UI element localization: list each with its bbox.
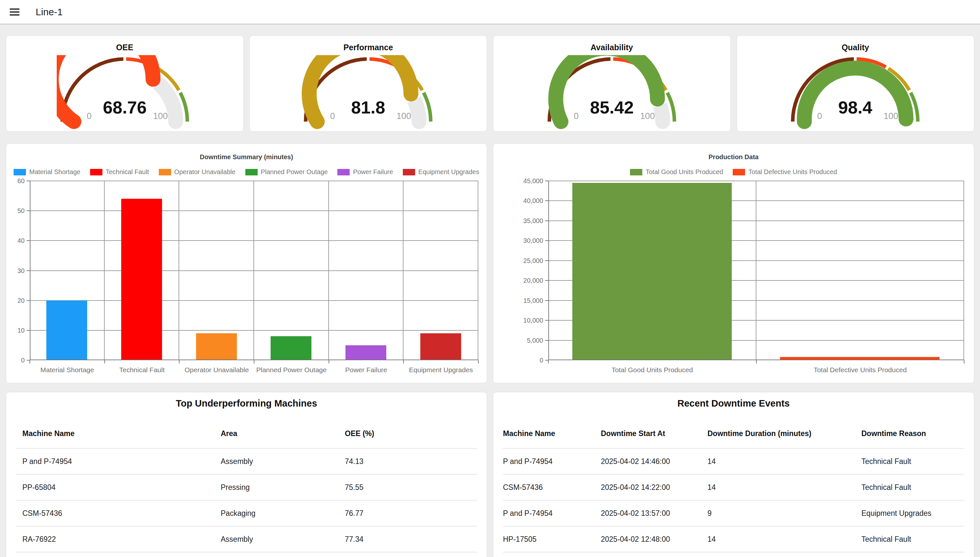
gauge-value: 98.4 <box>839 98 873 117</box>
plot-cells <box>548 181 964 360</box>
top-bar: Line-1 <box>0 0 980 24</box>
table-row: CSM-57436Packaging76.77 <box>16 501 477 526</box>
table-title: Recent Downtime Events <box>503 398 964 411</box>
y-tick-label: 40,000 <box>523 197 543 205</box>
bar-Technical Fault[interactable] <box>121 199 162 360</box>
bar-Planned Power Outage[interactable] <box>271 336 311 360</box>
legend-swatch-icon <box>630 169 642 175</box>
y-tick-label: 40 <box>18 237 24 244</box>
gauge-min-label: 0 <box>330 111 335 121</box>
y-tick <box>545 340 548 341</box>
table-cell: P and P-74954 <box>503 509 601 518</box>
table-cell: Assembly <box>221 457 345 466</box>
table-header-row: Machine NameDowntime Start AtDowntime Du… <box>503 419 964 449</box>
column-header: Downtime Duration (minutes) <box>707 429 861 438</box>
y-tick <box>26 181 30 181</box>
legend-label: Material Shortage <box>29 168 80 176</box>
table-cell: Packaging <box>221 509 345 518</box>
legend-label: Technical Fault <box>106 168 149 176</box>
table-cell: HP-17505 <box>503 535 601 544</box>
table-row: P and P-749542025-04-02 13:57:009Equipme… <box>503 501 964 526</box>
x-category-label: Material Shortage <box>30 366 105 374</box>
y-tick-label: 20 <box>18 296 24 304</box>
x-category-label: Equipment Upgrades <box>403 366 478 374</box>
gauge-title: Quality <box>842 43 869 54</box>
legend-swatch-icon <box>733 169 745 175</box>
y-tick <box>545 320 548 321</box>
y-tick-label: 5,000 <box>527 337 543 344</box>
y-tick <box>545 181 548 181</box>
gauge-track <box>414 99 419 122</box>
category-slot <box>756 181 964 360</box>
gauge-dial: 85.420100 <box>544 55 680 131</box>
top-underperforming-machines-card: Top Underperforming Machines Machine Nam… <box>6 392 487 557</box>
column-header: Downtime Reason <box>861 429 964 438</box>
gauge-svg: 98.40100 <box>787 55 923 130</box>
category-slot <box>179 181 254 360</box>
legend-label: Operator Unavailable <box>174 168 236 176</box>
y-tick <box>545 220 548 221</box>
column-header: Machine Name <box>503 429 601 438</box>
table-cell: 74.13 <box>345 457 477 466</box>
x-tick <box>548 360 549 363</box>
gauge-value: 81.8 <box>351 98 385 117</box>
legend-item[interactable]: Planned Power Outage <box>245 168 328 176</box>
y-tick-label: 20,000 <box>523 277 543 284</box>
legend-item[interactable]: Technical Fault <box>90 168 149 176</box>
legend-item[interactable]: Material Shortage <box>14 168 80 176</box>
x-labels: Total Good Units ProducedTotal Defective… <box>548 366 964 374</box>
gauge-card-oee: OEE 68.760100 <box>6 35 244 132</box>
legend-item[interactable]: Total Good Units Produced <box>630 168 723 176</box>
legend-swatch-icon <box>159 169 171 175</box>
legend-item[interactable]: Power Failure <box>337 168 393 176</box>
y-tick <box>545 261 548 261</box>
gauge-min-label: 0 <box>86 111 91 121</box>
x-tick <box>254 360 254 363</box>
table-row: RA-76922Assembly77.34 <box>16 526 477 552</box>
gauge-svg: 81.80100 <box>300 55 436 130</box>
gauge-card-quality: Quality 98.40100 <box>736 35 975 132</box>
y-tick <box>26 210 30 211</box>
menu-icon[interactable] <box>10 7 20 17</box>
bar-Operator Unavailable[interactable] <box>196 333 237 360</box>
legend-item[interactable]: Operator Unavailable <box>159 168 236 176</box>
y-tick <box>26 270 30 271</box>
plot-area: 0102030405060 Material ShortageTechnical… <box>30 181 478 360</box>
bar-Material Shortage[interactable] <box>46 301 87 360</box>
y-tick <box>545 200 548 201</box>
bar-Equipment Upgrades[interactable] <box>420 333 461 360</box>
legend-item[interactable]: Equipment Upgrades <box>403 168 479 176</box>
x-category-label: Total Good Units Produced <box>548 366 756 374</box>
chart-title: Production Data <box>493 153 974 161</box>
table-cell: CSM-57436 <box>22 509 221 518</box>
table-cell: PP-65804 <box>22 483 221 492</box>
category-slot <box>30 181 104 360</box>
gauge-title: OEE <box>116 43 133 54</box>
table-cell: Technical Fault <box>861 483 964 492</box>
legend-item[interactable]: Total Defective Units Produced <box>733 168 837 176</box>
bar-Power Failure[interactable] <box>345 345 386 360</box>
x-tick <box>29 360 30 363</box>
table-cell: 14 <box>707 535 861 544</box>
y-tick-label: 10 <box>18 326 24 334</box>
legend-label: Planned Power Outage <box>261 168 328 176</box>
table-cell: 76.77 <box>345 509 477 518</box>
gauge-card-availability: Availability 85.420100 <box>493 35 731 132</box>
y-tick-label: 0 <box>540 357 543 364</box>
category-slot <box>254 181 328 360</box>
x-tick <box>756 360 757 363</box>
x-category-label: Power Failure <box>329 366 404 374</box>
table-row: HP-175052025-04-02 12:48:0014Technical F… <box>503 526 964 552</box>
table-cell: P and P-74954 <box>22 457 221 466</box>
legend-swatch-icon <box>90 169 102 175</box>
legend-label: Total Defective Units Produced <box>748 168 837 176</box>
bar-Total Good Units Produced[interactable] <box>572 183 732 360</box>
x-category-label: Technical Fault <box>105 366 180 374</box>
gauge-max-label: 100 <box>884 111 898 121</box>
x-tick <box>403 360 404 363</box>
gauge-svg: 68.760100 <box>57 55 193 130</box>
y-tick <box>26 300 30 301</box>
table-cell: Technical Fault <box>861 535 964 544</box>
page-title: Line-1 <box>36 7 63 18</box>
y-tick <box>545 240 548 241</box>
